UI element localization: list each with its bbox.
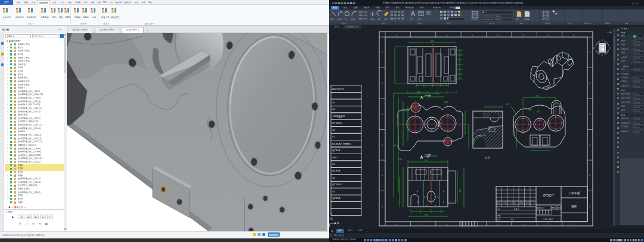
svg-text:批准: 批准 — [510, 218, 514, 220]
svg-text:45: 45 — [332, 163, 335, 166]
svg-text:6: 6 — [447, 34, 448, 36]
svg-text:A: A — [382, 206, 383, 208]
svg-text:5: 5 — [472, 223, 473, 226]
svg-text:ByLayer: ByLayer — [496, 19, 501, 21]
svg-text:广州中重: 广州中重 — [568, 191, 580, 195]
svg-text:QT500-7: QT500-7 — [543, 194, 554, 197]
svg-text:D: D — [382, 113, 383, 115]
svg-text:N: N — [602, 39, 603, 42]
svg-text:处数: 处数 — [505, 202, 509, 204]
svg-text:A-A: A-A — [485, 156, 490, 160]
svg-text:A: A — [589, 206, 591, 208]
svg-text:修剪: 修剪 — [384, 18, 388, 20]
svg-text:D: D — [589, 113, 591, 115]
svg-text:E: E — [382, 82, 383, 85]
svg-text:1: 1 — [573, 34, 574, 36]
svg-text:7: 7 — [421, 34, 422, 36]
svg-text:标记: 标记 — [497, 202, 501, 204]
svg-text:文字: 文字 — [410, 18, 413, 20]
svg-text:180: 180 — [459, 189, 461, 192]
svg-text:Ø52: Ø52 — [444, 101, 448, 103]
svg-text:S: S — [602, 54, 603, 57]
svg-text:箱体: 箱体 — [571, 204, 577, 208]
svg-text:A: A — [420, 96, 423, 99]
svg-text:8: 8 — [396, 34, 397, 36]
svg-text:圆弧: 圆弧 — [351, 18, 355, 20]
svg-text:创建块: 创建块 — [524, 18, 530, 20]
svg-text:设计: 设计 — [497, 208, 501, 210]
svg-text:B: B — [382, 174, 383, 177]
svg-text:45: 45 — [332, 108, 335, 111]
svg-text:3: 3 — [522, 223, 524, 226]
svg-text:比例(1:2): 比例(1:2) — [546, 85, 554, 90]
svg-text:旋转: 旋转 — [377, 18, 381, 20]
svg-text:直线: 直线 — [330, 18, 334, 20]
svg-text:8: 8 — [396, 223, 397, 226]
svg-text:重量: 重量 — [552, 207, 556, 209]
svg-text:更改文件: 更改文件 — [521, 202, 527, 204]
svg-text:多段线: 多段线 — [337, 18, 342, 20]
svg-text:C: C — [589, 144, 591, 146]
svg-text:审核: 审核 — [497, 215, 501, 217]
svg-text:3: 3 — [522, 34, 524, 36]
svg-text:4: 4 — [497, 34, 499, 36]
svg-text:2: 2 — [547, 34, 549, 36]
svg-text:45: 45 — [332, 101, 335, 104]
svg-text:340: 340 — [425, 160, 428, 162]
svg-text:工艺: 工艺 — [497, 218, 501, 220]
svg-text:C: C — [382, 144, 383, 146]
svg-text:比例: 比例 — [558, 207, 561, 209]
svg-text:5: 5 — [472, 34, 473, 36]
svg-text:Ø62: Ø62 — [528, 109, 532, 111]
svg-text:图层特性: 图层特性 — [471, 18, 478, 20]
svg-text:QZ35A: QZ35A — [332, 169, 340, 172]
svg-text:ByLayer: ByLayer — [496, 15, 501, 17]
svg-text:标准化: 标准化 — [513, 208, 519, 210]
svg-text:R8: R8 — [489, 128, 492, 131]
svg-text:QT500-7: QT500-7 — [332, 183, 343, 186]
svg-text:阶段标记: 阶段标记 — [537, 207, 544, 209]
svg-text:Ø47: Ø47 — [537, 111, 540, 113]
svg-text:QZ35A: QZ35A — [332, 149, 340, 152]
svg-text:R15: R15 — [398, 158, 402, 161]
svg-text:W: W — [593, 47, 596, 50]
svg-text:QZ35A六角钢S5: QZ35A六角钢S5 — [332, 142, 351, 145]
svg-text:6: 6 — [447, 223, 448, 226]
svg-text:45: 45 — [332, 135, 335, 138]
svg-text:分区: 分区 — [513, 202, 516, 204]
svg-text:移动: 移动 — [371, 18, 374, 20]
svg-text:插入: 插入 — [516, 18, 519, 20]
svg-text:R10: R10 — [394, 145, 397, 147]
svg-text:40Cr: 40Cr — [332, 156, 338, 159]
svg-text:7: 7 — [421, 223, 422, 226]
svg-text:2: 2 — [547, 223, 549, 226]
svg-text:阵列: 阵列 — [391, 18, 394, 20]
svg-text:4: 4 — [497, 223, 499, 226]
svg-text:共1张, 第1张: 共1张, 第1张 — [543, 218, 553, 220]
svg-text:255: 255 — [417, 91, 421, 93]
svg-text:签名: 签名 — [528, 202, 532, 204]
svg-text:F: F — [589, 51, 590, 54]
svg-text:E: E — [609, 47, 611, 50]
svg-text:45: 45 — [332, 190, 335, 193]
svg-text:1: 1 — [573, 223, 574, 226]
svg-text:QT500-7: QT500-7 — [332, 121, 343, 124]
svg-text:375: 375 — [431, 40, 434, 42]
svg-text:QZ35A: QZ35A — [332, 197, 340, 200]
svg-text:Aluminium: Aluminium — [332, 87, 344, 90]
svg-text:特性匹配: 特性匹配 — [542, 18, 549, 20]
svg-text:E: E — [589, 82, 591, 85]
svg-text:255: 255 — [535, 95, 539, 97]
svg-text:F: F — [382, 51, 383, 54]
svg-text:B: B — [589, 174, 591, 177]
svg-text:R15: R15 — [506, 103, 509, 106]
svg-text:圆: 圆 — [345, 18, 346, 20]
svg-text:标注: 标注 — [417, 18, 422, 20]
svg-text:45先端铜管: 45先端铜管 — [332, 115, 346, 118]
svg-text:45: 45 — [332, 128, 335, 131]
svg-text:375: 375 — [425, 214, 428, 216]
svg-text:45: 45 — [332, 176, 335, 179]
svg-text:A: A — [420, 156, 423, 160]
